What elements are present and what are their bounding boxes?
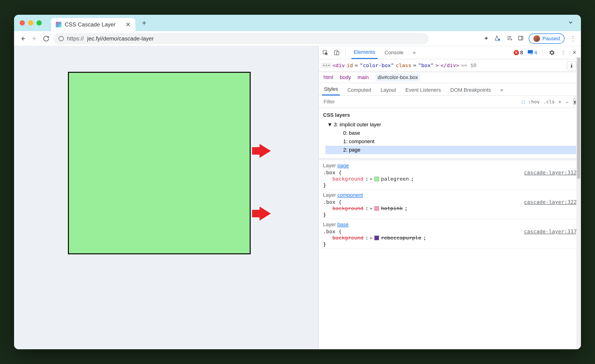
error-count-badge[interactable]: ✕8 (514, 50, 523, 56)
tab-styles[interactable]: Styles (322, 86, 340, 96)
favicon (56, 22, 61, 27)
css-declaration[interactable]: background: ▶ palegreen; (323, 175, 577, 182)
avatar (533, 35, 540, 42)
rule-selector[interactable]: .box { (323, 199, 341, 205)
rule-selector[interactable]: .box { (323, 228, 341, 234)
annotation-arrow-icon (260, 144, 271, 158)
breadcrumb-main[interactable]: main (357, 74, 369, 81)
close-devtools-icon[interactable]: ✕ (571, 49, 578, 56)
expand-icon[interactable]: ▶ (370, 177, 373, 181)
color-swatch[interactable] (374, 177, 379, 181)
url-bar[interactable]: https://jec.fyi/demo/cascade-layer (54, 33, 429, 44)
url-scheme: https:// (67, 35, 84, 42)
window-close-button[interactable] (20, 20, 25, 26)
message-count-badge[interactable]: …4 (528, 50, 537, 56)
hov-button[interactable]: :hov (528, 99, 540, 104)
dom-node[interactable]: ••• <div id="color-box" class="box"> </d… (319, 61, 581, 70)
layer-row-page[interactable]: 2: page (325, 146, 577, 154)
devtools-tabs: Elements Console » ✕8 …4 ⋮ ✕ (319, 46, 581, 59)
color-swatch[interactable] (374, 236, 379, 240)
close-brace: } (323, 241, 577, 247)
breadcrumb-body[interactable]: body (340, 74, 351, 81)
flask-icon[interactable] (494, 35, 502, 42)
titlebar: CSS Cascade Layer ✕ + (14, 15, 581, 31)
toolbar-icons: ✦ Paused ⋮ (484, 34, 576, 44)
styles-toolbar: ⬚ :hov .cls + ⫠ ◧ (319, 96, 581, 108)
close-brace: } (323, 182, 577, 188)
svg-rect-9 (337, 51, 339, 55)
caret-down-icon: ▼ (327, 122, 333, 128)
styles-filter-input[interactable] (322, 97, 518, 106)
browser-menu-icon[interactable]: ⋮ (570, 35, 576, 42)
ellipsis-icon[interactable]: ••• (321, 63, 332, 68)
close-tab-icon[interactable]: ✕ (126, 21, 131, 28)
css-declaration[interactable]: background: ▶ rebeccapurple; (323, 234, 577, 241)
tab-event-listeners[interactable]: Event Listeners (404, 87, 443, 96)
browser-tab[interactable]: CSS Cascade Layer ✕ (51, 18, 135, 31)
accessibility-icon[interactable] (567, 61, 576, 70)
style-rule-base: Layer base .box { cascade-layer:317 back… (319, 219, 581, 249)
paused-label: Paused (542, 35, 560, 42)
tab-elements[interactable]: Elements (351, 46, 378, 59)
layer-row-root[interactable]: ▼3: implicit outer layer (325, 120, 577, 129)
tab-layout[interactable]: Layout (379, 87, 398, 96)
window-zoom-button[interactable] (36, 20, 42, 26)
tab-more[interactable]: » (411, 46, 418, 59)
css-layers-title: CSS layers (323, 111, 577, 120)
tab-more[interactable]: » (498, 87, 505, 96)
forward-button[interactable] (30, 35, 38, 43)
layer-row-base[interactable]: 0: base (325, 129, 577, 137)
device-icon[interactable] (333, 49, 340, 56)
computed-toggle-icon[interactable]: ⫠ (565, 99, 570, 104)
annotation-arrow-icon (260, 206, 271, 221)
new-tab-button[interactable]: + (142, 19, 146, 27)
rule-selector[interactable]: .box { (323, 170, 341, 175)
rule-source-link[interactable]: cascade-layer:322 (524, 199, 577, 205)
traffic-lights (20, 20, 42, 26)
rule-source-link[interactable]: cascade-layer:312 (524, 170, 577, 175)
color-box (68, 72, 251, 254)
css-declaration[interactable]: background: ▶ hotpink; (323, 205, 577, 212)
playlist-icon[interactable] (507, 35, 513, 42)
back-button[interactable] (19, 35, 27, 43)
cls-button[interactable]: .cls (544, 99, 555, 104)
tab-title: CSS Cascade Layer (65, 21, 122, 28)
svg-point-10 (571, 64, 572, 65)
breadcrumb-selected[interactable]: div#color-box.box (375, 74, 420, 81)
layers-toggle-icon[interactable]: ⬚ (522, 99, 525, 104)
window-minimize-button[interactable] (28, 20, 33, 26)
layer-link[interactable]: base (337, 221, 348, 227)
profile-paused-pill[interactable]: Paused (529, 34, 565, 44)
tab-console[interactable]: Console (382, 46, 406, 59)
devtools-menu-icon[interactable]: ⋮ (560, 49, 567, 56)
chevron-down-icon[interactable] (566, 18, 575, 28)
panel-icon[interactable] (518, 35, 524, 42)
svg-rect-5 (519, 36, 523, 40)
close-brace: } (323, 212, 577, 218)
browser-window: CSS Cascade Layer ✕ + https://jec.fyi/de… (14, 15, 581, 349)
page-viewport (14, 46, 319, 349)
expand-icon[interactable]: ▶ (370, 206, 373, 211)
tab-computed[interactable]: Computed (346, 87, 373, 96)
css-layers-section: CSS layers ▼3: implicit outer layer 0: b… (319, 108, 581, 158)
layer-link[interactable]: page (337, 163, 349, 168)
scrollbar[interactable] (576, 57, 581, 349)
layer-link[interactable]: component (337, 192, 363, 198)
expand-icon[interactable]: ▶ (370, 236, 373, 240)
reload-button[interactable] (42, 35, 50, 43)
style-rule-page: Layer page .box { cascade-layer:312 back… (319, 160, 581, 190)
inspect-icon[interactable] (322, 49, 329, 56)
gear-icon[interactable] (549, 49, 555, 56)
color-swatch[interactable] (374, 206, 379, 211)
address-bar: https://jec.fyi/demo/cascade-layer ✦ Pau… (14, 31, 581, 46)
new-rule-button[interactable]: + (559, 99, 561, 104)
dollar-reference: == $0 (461, 62, 476, 68)
extensions-icon[interactable]: ✦ (484, 35, 489, 42)
rule-source-link[interactable]: cascade-layer:317 (524, 228, 577, 234)
url-text: jec.fyi/demo/cascade-layer (87, 35, 154, 42)
dom-breadcrumb: html body main div#color-box.box (319, 72, 581, 83)
breadcrumb-html[interactable]: html (324, 74, 333, 81)
devtools-panel: Elements Console » ✕8 …4 ⋮ ✕ ••• <div id… (319, 46, 581, 349)
tab-dom-breakpoints[interactable]: DOM Breakpoints (448, 87, 493, 96)
layer-row-component[interactable]: 1: component (325, 137, 577, 146)
